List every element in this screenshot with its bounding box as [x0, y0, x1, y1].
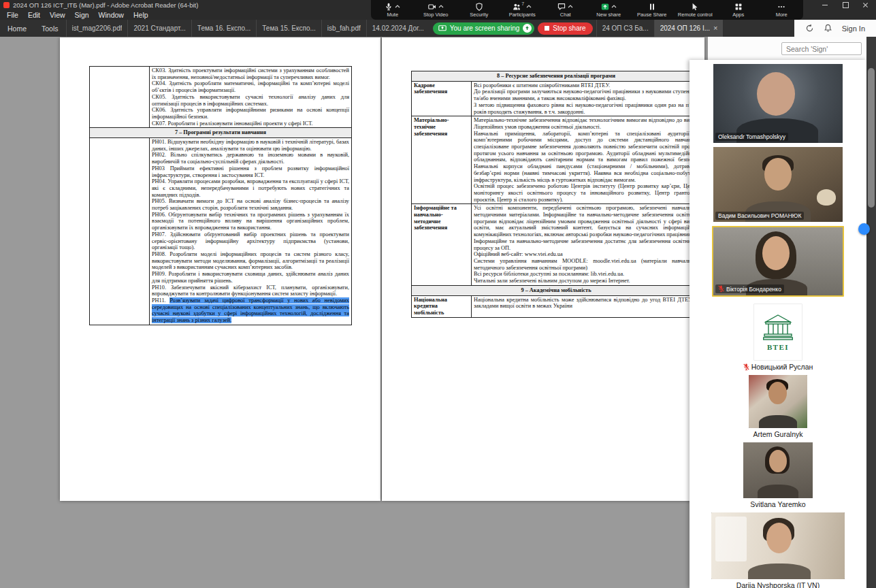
rn-item: РН11. Розв’язувати задачі цифрової транс…	[152, 297, 349, 324]
participant-body	[758, 485, 798, 498]
resources-table: 8 – Ресурсне забезпечення реалізації про…	[411, 71, 701, 318]
menu-item[interactable]: File	[2, 11, 23, 19]
chevron-up-icon[interactable]	[568, 5, 573, 8]
participant-body	[748, 564, 811, 579]
sign-in-button[interactable]: Sign In	[842, 24, 865, 33]
tab-tools[interactable]: Tools	[34, 20, 66, 37]
paragraph: Матеріально-технічне забезпечення відпов…	[474, 117, 698, 130]
rn-items-cell: РН01. Відшукувати необхідну інформацію в…	[150, 138, 351, 325]
mic-icon	[385, 3, 393, 11]
menu-item[interactable]: Window	[94, 11, 129, 19]
chevron-up-icon[interactable]	[395, 5, 400, 8]
zoom-toolbar-button[interactable]: New share	[587, 0, 631, 20]
zoom-toolbar-button[interactable]: Mute	[371, 0, 415, 20]
participants-count-badge: 7	[521, 1, 524, 6]
document-tab[interactable]: 14.02.2024 Дог...	[366, 20, 429, 37]
zoom-toolbar-button[interactable]: Stop Video	[415, 0, 458, 20]
stop-icon	[545, 26, 549, 31]
sync-icon[interactable]	[805, 24, 814, 33]
participant-name-label: Artem Guralnyk	[753, 430, 803, 438]
rn-item: РН10. Забезпечувати якісний кіберзахист …	[152, 284, 349, 297]
participant-name: Oleksandr Tomashpolskyy	[718, 133, 785, 140]
participant-face	[764, 158, 792, 191]
sharing-badge-text: You are screen sharing	[450, 24, 519, 32]
scrollbar-thumb[interactable]	[868, 68, 875, 208]
menu-item[interactable]: View	[45, 11, 70, 19]
participant-face	[766, 523, 792, 553]
document-tab[interactable]: 2021 Стандарт...	[127, 20, 191, 37]
rn-item: РН04. Управляти процесами розробки, впро…	[152, 178, 349, 198]
sk-item: СК03. Здатність проектувати інформаційні…	[152, 67, 349, 80]
participant-tile[interactable]: Вікторія Бондаренко Вікторія Бондаренко	[712, 226, 844, 297]
participant-face	[757, 72, 795, 116]
selected-text: Розв’язувати задачі цифрової трансформац…	[152, 297, 349, 323]
document-tab[interactable]: Тема 15. Експо...	[256, 20, 321, 37]
chevron-up-icon[interactable]	[611, 5, 617, 8]
participant-tile[interactable]: ВТЕІ Новицький Руслан Новицький Руслан	[743, 304, 813, 371]
participant-name-overlay: Вадим Васильович РОМАНЮК	[715, 212, 804, 220]
maximize-icon	[843, 2, 849, 8]
table-label-cell	[90, 138, 150, 325]
more-icon	[777, 3, 785, 11]
vtei-building-icon	[763, 314, 793, 341]
close-button[interactable]	[856, 0, 876, 10]
zoom-meeting-toolbar: Mute	[371, 0, 803, 20]
paragraph: Всі ресурси бібліотеки доступні за посил…	[474, 271, 698, 278]
document-tab[interactable]: isb_fah.pdf	[321, 20, 366, 37]
menu-item[interactable]: Help	[129, 11, 153, 19]
sharing-status-icon	[523, 24, 532, 33]
paragraph: Інформаційне та навчально-методичне забе…	[474, 238, 698, 251]
participant-tile[interactable]: Svitlana Yaremko Svitlana Yaremko	[743, 442, 813, 508]
acrobat-app-icon	[3, 2, 10, 8]
panel-toggle-bubble[interactable]	[858, 223, 870, 235]
tab-close-icon[interactable]: ×	[713, 24, 717, 32]
zoom-toolbar-button[interactable]: Chat	[544, 0, 587, 20]
zoom-button-label: Pause Share	[637, 12, 666, 18]
chevron-up-icon[interactable]	[526, 5, 532, 8]
scrollbar-track[interactable]	[866, 37, 876, 588]
rn-item: РН05. Визначати вимоги до ІСТ на основі …	[152, 198, 349, 211]
section-8-header: 8 – Ресурсне забезпечення реалізації про…	[412, 71, 700, 81]
zoom-button-label: Security	[470, 12, 488, 18]
participant-face	[769, 450, 787, 472]
window-title: 2024 ОП 126 ICT_ІТБ (Mar).pdf - Adobe Ac…	[13, 1, 198, 9]
menu-item[interactable]: Edit	[23, 11, 45, 19]
zoom-toolbar-button[interactable]: Remote control	[674, 0, 717, 20]
active-document-tab[interactable]: 2024 ОП 126 I... ×	[654, 20, 724, 37]
participant-tile[interactable]: Artem Guralnyk Artem Guralnyk	[749, 375, 807, 438]
shield-icon	[475, 3, 483, 11]
row-label: Кадрове забезпечення	[412, 82, 472, 116]
minimize-button[interactable]	[815, 0, 835, 10]
participant-tile[interactable]: Dariia Nyshporska (IT VN) Dariia Nyshpor…	[711, 512, 845, 588]
document-tab[interactable]: ist_mag2206.pdf	[66, 20, 128, 37]
paragraph: З метою підвищення фахового рівня всі на…	[474, 102, 698, 115]
zoom-toolbar-button[interactable]: Pause Share	[630, 0, 674, 20]
zoom-toolbar-button[interactable]: Security	[457, 0, 501, 20]
participant-name-label: Svitlana Yaremko	[750, 500, 805, 508]
stop-share-button[interactable]: Stop share	[538, 22, 592, 35]
zoom-participants-panel: Oleksandr Tomashpolskyy Oleksandr Tomash…	[690, 60, 866, 588]
document-tab[interactable]: 24 ОП СЗ Ба...	[596, 20, 654, 37]
participant-face	[768, 382, 787, 404]
rn-item: РН01. Відшукувати необхідну інформацію в…	[152, 139, 349, 152]
tab-home[interactable]: Home	[0, 20, 34, 37]
participant-name-overlay: Oleksandr Tomashpolskyy	[715, 133, 788, 141]
search-input[interactable]	[781, 42, 862, 55]
zoom-toolbar-button[interactable]: More	[760, 0, 804, 20]
table-label-cell	[90, 67, 150, 127]
document-tab[interactable]: Тема 16. Експо...	[191, 20, 256, 37]
zoom-toolbar-button[interactable]: 7 Participants	[501, 0, 545, 20]
paragraph: Навчальні приміщення, лабораторії, комп’…	[474, 131, 698, 184]
participant-tile[interactable]: Вадим Васильович РОМАНЮК Вадим Васильови…	[713, 147, 843, 222]
participants-icon	[513, 3, 521, 11]
participant-tile[interactable]: Oleksandr Tomashpolskyy Oleksandr Tomash…	[713, 64, 843, 143]
menu-item[interactable]: Sign	[70, 11, 94, 19]
maximize-button[interactable]	[835, 0, 856, 10]
notifications-bell-icon[interactable]	[824, 24, 832, 33]
participant-name: Svitlana Yaremko	[750, 500, 805, 508]
zoom-toolbar-button[interactable]: Apps	[717, 0, 760, 20]
chevron-up-icon[interactable]	[438, 5, 444, 8]
chat-icon	[557, 3, 566, 11]
zoom-button-label: New share	[596, 12, 621, 18]
zoom-button-label: Chat	[560, 12, 571, 18]
